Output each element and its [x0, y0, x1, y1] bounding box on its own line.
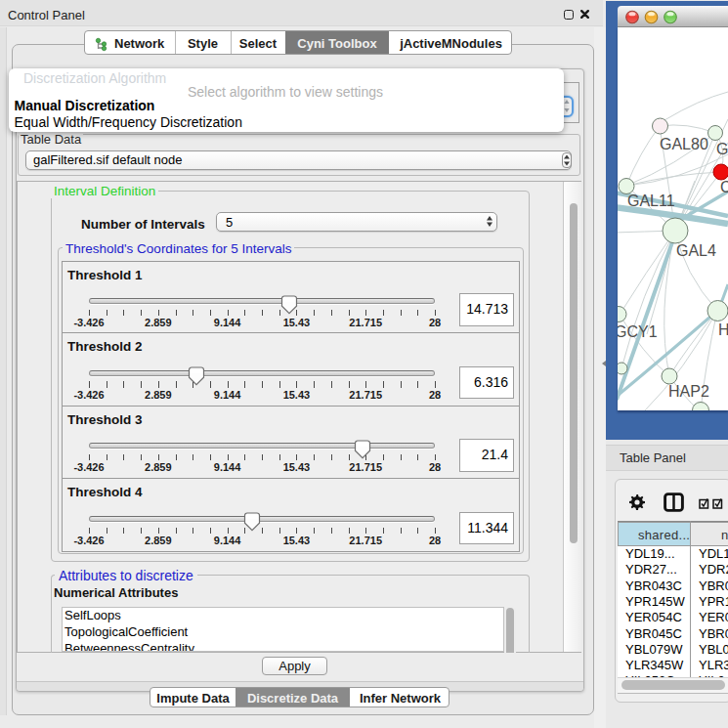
svg-text:GCY1: GCY1 [618, 323, 658, 340]
svg-text:GA: GA [716, 141, 728, 157]
svg-text:HAP2: HAP2 [668, 383, 709, 400]
svg-text:GAL11: GAL11 [627, 193, 675, 209]
svg-text:GAL4: GAL4 [676, 242, 716, 259]
svg-text:C: C [720, 179, 728, 195]
svg-text:GAL80: GAL80 [660, 136, 708, 152]
svg-text:H: H [718, 321, 728, 338]
